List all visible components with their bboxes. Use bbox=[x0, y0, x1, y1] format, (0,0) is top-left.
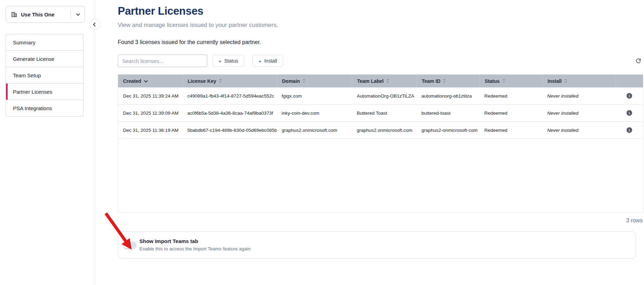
import-teams-setting-card: Show Import Teams tab Enable this to acc… bbox=[118, 231, 636, 258]
cell-team-id: graphus2-onmicrosoft-com bbox=[417, 122, 479, 138]
cell-team-id: automationorg-ob1ztilza bbox=[417, 87, 479, 104]
cell-install: Never installed bbox=[542, 105, 616, 121]
org-switcher-label: Use This One bbox=[21, 12, 70, 17]
toggle-title: Show Import Teams tab bbox=[139, 238, 198, 244]
sidebar-item-team-setup[interactable]: Team Setup bbox=[6, 67, 83, 84]
cell-license-key: ac0f6b5a-5d38-4a36-8caa-74af9ba0373f bbox=[182, 105, 277, 121]
table-row: Dec 31, 2025 11:36:19 AM 5babdb67-c194-4… bbox=[118, 122, 643, 139]
info-icon[interactable]: i bbox=[627, 127, 632, 133]
toggle-description: Enable this to access the Import Teams f… bbox=[139, 246, 251, 251]
page-title: Partner Licenses bbox=[118, 5, 203, 17]
info-icon[interactable]: i bbox=[627, 110, 632, 116]
cell-domain: fgigx.com bbox=[277, 87, 352, 104]
column-header-install[interactable]: Install bbox=[542, 74, 616, 87]
cell-created: Dec 31, 2025 11:39:09 AM bbox=[118, 105, 182, 121]
table-empty-area bbox=[118, 139, 643, 213]
sort-icon bbox=[219, 79, 221, 83]
main-content: Partner Licenses View and manage license… bbox=[118, 0, 643, 285]
search-input[interactable] bbox=[118, 55, 207, 67]
column-header-license-key[interactable]: License Key bbox=[182, 74, 277, 87]
sort-icon bbox=[386, 79, 388, 83]
cell-license-key: 5babdb67-c194-489b-830d-05d69ebc085b bbox=[182, 122, 277, 138]
column-header-status[interactable]: Status bbox=[479, 74, 542, 87]
sidebar-menu: Summary Generate License Team Setup Part… bbox=[6, 34, 84, 117]
licenses-table: Created License Key Domain Team Label Te… bbox=[118, 74, 643, 213]
sort-desc-icon bbox=[144, 78, 148, 82]
chevron-left-icon bbox=[93, 22, 97, 26]
cell-install: Never installed bbox=[542, 122, 616, 138]
sort-icon bbox=[443, 79, 445, 83]
column-header-created[interactable]: Created bbox=[118, 74, 182, 87]
page-subtitle: View and manage licenses issued to your … bbox=[118, 22, 278, 29]
plus-icon: + bbox=[258, 58, 261, 64]
org-switcher-button[interactable]: Use This One bbox=[6, 6, 85, 23]
plus-icon: + bbox=[218, 58, 222, 64]
status-filter-button[interactable]: + Status bbox=[212, 55, 244, 67]
org-switcher-expand-button[interactable] bbox=[71, 6, 85, 22]
install-filter-button[interactable]: + Install bbox=[252, 55, 283, 67]
cell-status: Redeemed bbox=[479, 122, 542, 138]
info-icon[interactable]: i bbox=[627, 93, 632, 99]
cell-install: Never installed bbox=[542, 87, 616, 104]
cell-team-label: graphus2.onmicrosoft.com bbox=[352, 122, 417, 138]
show-import-teams-toggle[interactable] bbox=[123, 241, 137, 249]
column-header-domain[interactable]: Domain bbox=[277, 74, 352, 87]
refresh-button[interactable] bbox=[634, 56, 643, 66]
table-toolbar: + Status + Install bbox=[118, 54, 283, 67]
building-icon bbox=[11, 11, 17, 18]
cell-created: Dec 31, 2025 11:36:19 AM bbox=[118, 122, 182, 138]
result-summary-text: Found 3 licenses issued for the currentl… bbox=[118, 39, 261, 45]
sidebar-item-partner-licenses[interactable]: Partner Licenses bbox=[6, 84, 83, 100]
table-row: Dec 31, 2025 11:39:24 AM c49089a1-fb43-4… bbox=[118, 87, 643, 105]
refresh-icon bbox=[635, 57, 642, 64]
cell-team-label: Buttered Toast bbox=[352, 105, 417, 121]
toggle-knob bbox=[124, 242, 131, 249]
sort-icon bbox=[564, 79, 566, 83]
status-filter-label: Status bbox=[224, 58, 238, 64]
sidebar: Use This One Summary Generate License Te… bbox=[0, 0, 95, 285]
sort-icon bbox=[502, 79, 504, 83]
chevron-down-icon bbox=[76, 12, 80, 16]
row-count-label: 3 rows bbox=[626, 218, 643, 224]
column-header-actions bbox=[616, 74, 643, 87]
table-row: Dec 31, 2025 11:39:09 AM ac0f6b5a-5d38-4… bbox=[118, 105, 643, 122]
sort-icon bbox=[303, 79, 304, 83]
cell-license-key: c49089a1-fb43-4f14-8727-5d594eac552c bbox=[182, 87, 277, 104]
column-header-team-label[interactable]: Team Label bbox=[352, 74, 417, 87]
sidebar-item-generate-license[interactable]: Generate License bbox=[6, 51, 83, 67]
sidebar-item-psa-integrations[interactable]: PSA Integrations bbox=[6, 100, 83, 116]
table-header-row: Created License Key Domain Team Label Te… bbox=[118, 74, 643, 87]
cell-status: Redeemed bbox=[479, 105, 542, 121]
cell-team-id: buttered-toast bbox=[417, 105, 479, 121]
cell-team-label: AutomationOrg-OB1zTiLZA bbox=[352, 87, 417, 104]
install-filter-label: Install bbox=[264, 58, 277, 64]
sidebar-item-summary[interactable]: Summary bbox=[6, 34, 83, 51]
cell-status: Redeemed bbox=[479, 87, 542, 104]
cell-domain: graphus2.onmicrosoft.com bbox=[277, 122, 352, 138]
cell-domain: inky-coin-dev.com bbox=[277, 105, 352, 121]
sidebar-collapse-button[interactable] bbox=[89, 19, 100, 30]
column-header-team-id[interactable]: Team ID bbox=[417, 74, 479, 87]
cell-created: Dec 31, 2025 11:39:24 AM bbox=[118, 87, 182, 104]
